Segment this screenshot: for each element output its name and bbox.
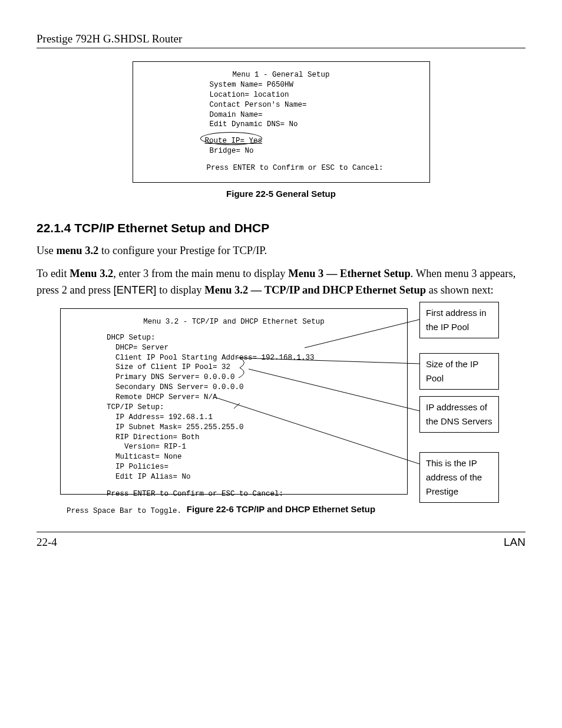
p1-text-a: Use <box>37 245 56 256</box>
p2-text-c: , enter 3 from the main menu to display <box>113 268 288 279</box>
fig2-menu-title: Menu 3.2 - TCP/IP and DHCP Ethernet Setu… <box>61 317 407 327</box>
figure-1-terminal-box: Menu 1 - General Setup System Name= P650… <box>133 61 430 183</box>
p2-enter-key: [ENTER] <box>114 284 157 296</box>
paragraph-2: To edit Menu 3.2, enter 3 from the main … <box>37 265 525 299</box>
callout-dns-addresses: IP addresses of the DNS Servers <box>419 396 499 433</box>
callout-pool-size: Size of the IP Pool <box>419 353 499 390</box>
figure-2-wrapper: Menu 3.2 - TCP/IP and DHCP Ethernet Setu… <box>37 305 525 499</box>
p2-menu32-tcp-bold: Menu 3.2 — TCP/IP and DHCP Ethernet Setu… <box>204 284 426 296</box>
p2-text-g: to display <box>157 284 205 296</box>
p2-text-a: To edit <box>37 268 70 279</box>
callout-prestige-ip: This is the IP address of the Prestige <box>419 452 499 503</box>
paragraph-1: Use menu 3.2 to configure your Prestige … <box>37 242 525 259</box>
fig2-toggle-hint: Press Space Bar to Toggle. <box>61 506 407 516</box>
fig1-body-lines: System Name= P650HW Location= location C… <box>133 80 429 130</box>
page-header: Prestige 792H G.SHDSL Router <box>37 32 525 48</box>
figure-2-terminal-box: Menu 3.2 - TCP/IP and DHCP Ethernet Setu… <box>60 308 408 495</box>
p1-menu32-bold: menu 3.2 <box>56 245 98 256</box>
section-heading: 22.1.4 TCP/IP Ethernet Setup and DHCP <box>37 221 525 235</box>
header-title: Prestige 792H G.SHDSL Router <box>37 32 525 45</box>
p1-text-c: to configure your Prestige for TCP/IP. <box>98 245 267 256</box>
callout-first-address: First address in the IP Pool <box>419 302 499 338</box>
page-footer: 22-4 LAN <box>37 532 525 549</box>
figure-1-caption: Figure 22-5 General Setup <box>37 189 525 199</box>
footer-page-number: 22-4 <box>37 536 57 549</box>
fig1-menu-title: Menu 1 - General Setup <box>133 70 429 80</box>
fig1-press-enter: Press ENTER to Confirm or ESC to Cancel: <box>133 163 429 173</box>
fig1-route-ip-text: Route IP= Yes <box>205 137 263 145</box>
p2-menu3-bold: Menu 3 — Ethernet Setup <box>288 268 411 279</box>
fig2-press-enter: Press ENTER to Confirm or ESC to Cancel: <box>61 489 407 499</box>
p2-text-i: as shown next: <box>426 284 494 296</box>
p2-menu32-bold: Menu 3.2 <box>70 268 113 279</box>
fig1-route-ip-highlighted: Route IP= Yes <box>205 134 263 146</box>
footer-section-label: LAN <box>504 536 525 549</box>
fig2-body-lines: DHCP Setup: DHCP= Server Client IP Pool … <box>61 333 407 482</box>
fig1-bridge-line: Bridge= No <box>133 146 429 156</box>
